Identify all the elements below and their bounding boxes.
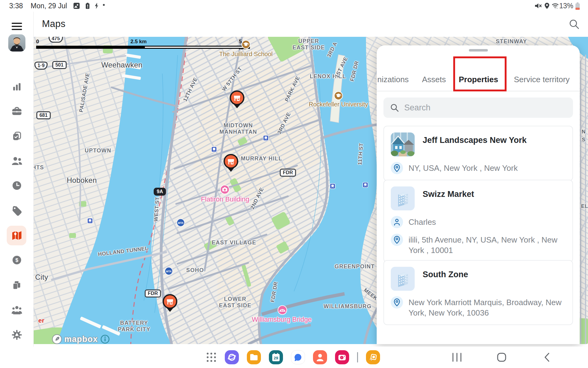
map-label: FDR DR — [270, 281, 279, 303]
menu-button[interactable] — [0, 20, 34, 33]
tab-organizations[interactable]: nizations — [377, 75, 409, 84]
map-label: SOHO — [186, 267, 204, 274]
search-placeholder: Search — [404, 103, 431, 113]
page-title: Maps — [42, 18, 66, 29]
mapbox-wordmark: mapbox — [64, 335, 98, 344]
location-pin-icon — [391, 162, 403, 174]
education-poi-icon — [334, 91, 343, 102]
avatar[interactable] — [8, 34, 25, 52]
clock-icon — [12, 181, 22, 190]
nav-recents-button[interactable] — [450, 350, 464, 365]
mapbox-logo-icon — [52, 334, 62, 344]
property-map-marker[interactable] — [162, 294, 178, 313]
hamburger-icon — [12, 22, 22, 30]
info-icon[interactable] — [100, 335, 110, 344]
tab-properties[interactable]: Properties — [459, 75, 498, 84]
map-label: WEST ST — [153, 197, 161, 222]
people-icon — [11, 156, 22, 166]
road-shield: FDR — [280, 169, 296, 177]
map-label: 2ND AVE — [249, 186, 265, 210]
map-label: HOLLAND TUNNEL — [98, 245, 149, 258]
chat-bubble-icon — [294, 353, 302, 362]
sidebar-item-work[interactable] — [0, 104, 34, 119]
briefcase-icon — [12, 106, 22, 116]
map-label: City — [35, 273, 48, 282]
property-map-marker[interactable] — [229, 90, 245, 110]
sidebar-item-billing[interactable]: $ — [0, 253, 34, 267]
nav-back-button[interactable] — [540, 350, 554, 365]
taskbar-divider — [357, 352, 358, 362]
map-label: UPPER EAST SIDE — [292, 38, 325, 51]
map-label: BATTERY PARK CITY — [118, 320, 150, 333]
samsung-internet-icon — [227, 353, 236, 362]
property-card[interactable]: Jeff Landscapes New York NY, USA, New Yo… — [383, 126, 573, 181]
subway-station-icon — [330, 183, 336, 190]
property-address: New York Marriott Marquis, Broadway, New… — [409, 296, 566, 318]
road-shield: FDR — [145, 289, 161, 297]
sidebar-item-teams[interactable] — [0, 303, 34, 317]
building-icon — [391, 186, 415, 210]
panel-search[interactable]: Search — [383, 98, 573, 118]
map-label: LOWER EAST SIDE — [219, 296, 251, 309]
app-calendar[interactable]: 29 — [269, 350, 283, 364]
apps-grid-button[interactable] — [206, 352, 217, 363]
contacts-person-icon — [316, 353, 324, 362]
sidebar-item-tags[interactable] — [0, 203, 34, 218]
map-label: HTS — [34, 164, 44, 171]
map-label: MURRAY HILL — [241, 155, 282, 162]
tag-icon — [12, 205, 22, 216]
search-icon[interactable] — [568, 18, 580, 30]
location-pin-icon — [391, 234, 403, 246]
map-label: MEEK — [363, 287, 379, 302]
camera-icon — [338, 353, 346, 361]
gear-icon — [12, 330, 22, 340]
app-my-files[interactable] — [247, 350, 261, 364]
sidebar-item-tasks[interactable] — [0, 129, 34, 144]
muted-icon — [534, 2, 542, 10]
dot-icon — [103, 4, 105, 6]
app-samsung-internet[interactable] — [225, 350, 239, 364]
property-card[interactable]: South Zone New York Marriott Marquis, Br… — [383, 260, 573, 325]
road-shield: 681 — [36, 111, 51, 119]
app-recent[interactable] — [366, 350, 380, 364]
folder-icon — [250, 354, 258, 361]
charging-bolt-icon — [94, 2, 100, 10]
documents-icon — [12, 280, 22, 290]
property-address: NY, USA, New York , New York — [409, 162, 518, 174]
sidebar-item-documents[interactable] — [0, 278, 34, 293]
map-attribution[interactable]: mapbox — [52, 334, 110, 344]
subway-station-icon — [263, 135, 269, 142]
app-messages[interactable] — [291, 350, 305, 364]
subway-station-icon — [211, 147, 217, 154]
map-label: LENOX HILL — [310, 73, 346, 80]
sidebar-item-settings[interactable] — [0, 328, 34, 342]
sidebar-item-customers[interactable] — [0, 154, 34, 168]
recent-app-icon — [369, 353, 377, 362]
map-label: PARK AVE — [284, 75, 301, 102]
taskbar: 29 — [0, 347, 588, 368]
dollar-icon: $ — [12, 255, 22, 265]
tasks-icon — [12, 131, 22, 141]
nav-home-button[interactable] — [494, 350, 509, 365]
sidebar-item-maps[interactable] — [0, 226, 34, 245]
sidebar-item-timesheet[interactable] — [0, 178, 34, 193]
app-camera[interactable] — [335, 350, 349, 364]
back-icon — [544, 352, 550, 362]
apps-grid-icon — [206, 352, 217, 363]
map-label: UPTOWN — [85, 148, 111, 154]
sidebar-item-dashboard[interactable] — [0, 79, 34, 94]
tab-assets[interactable]: Assets — [422, 75, 446, 84]
map-label: Williamsburg Bridge — [252, 316, 312, 324]
property-map-marker[interactable] — [223, 154, 239, 173]
person-icon — [391, 216, 403, 228]
app-contacts[interactable] — [313, 350, 327, 364]
property-card[interactable]: Swizz Market Charles ilili, 5th Avenue, … — [383, 180, 573, 263]
tab-service-territory[interactable]: Service territory — [514, 75, 570, 84]
svg-text:$: $ — [15, 257, 18, 263]
drag-handle[interactable] — [469, 49, 488, 52]
recents-icon — [452, 353, 462, 362]
building-icon — [391, 267, 415, 291]
map-label: Rockefeller University — [309, 101, 368, 108]
property-title: South Zone — [423, 270, 468, 279]
panel-tabs: nizations Assets Properties Service terr… — [377, 45, 580, 91]
